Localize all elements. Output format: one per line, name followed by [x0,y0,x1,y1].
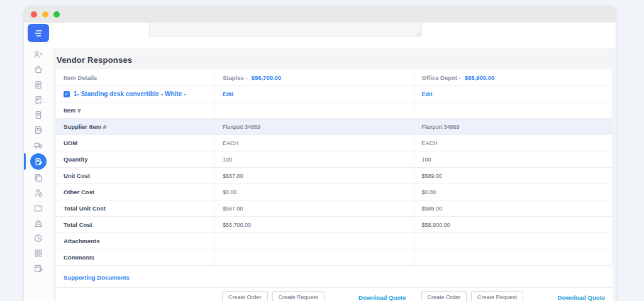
sidebar-item-shipping[interactable] [24,138,53,153]
row-value: $58,900.00 [422,222,450,228]
vendor-total-link[interactable]: $58,900.00 [465,74,495,81]
row-value: $56,700.00 [223,222,251,228]
item-row: ✓ 1- Standing desk convertible - White -… [56,86,613,102]
table-row: Unit Cost $567.00 $589.00 [56,168,613,184]
row-value: $567.00 [223,205,243,212]
table-row: UOM EACH EACH [56,135,613,151]
document-check-icon [33,95,43,105]
building-icon [33,218,43,228]
close-window-button[interactable] [31,11,37,18]
row-value: $567.00 [223,173,243,179]
app-logo[interactable] [28,24,49,42]
quote-edit-icon [35,158,43,166]
create-order-button[interactable]: Create Order [222,291,268,301]
sidebar-item-approved-docs[interactable] [24,92,53,107]
supporting-documents-link[interactable]: Supporting Documents [64,274,130,281]
row-value: $0.00 [223,189,237,195]
page-title: Vendor Responses [57,55,613,65]
users-icon [33,50,43,60]
table-header-row: Item Details Staples - $56,700.00 Office… [56,69,613,86]
file-icon [33,110,43,120]
vendor-name: Office Depot - [422,74,461,81]
sidebar-item-invoices[interactable] [24,123,53,138]
sidebar-item-copies[interactable] [24,170,53,185]
clock-pie-icon [33,233,43,243]
sidebar-item-organization[interactable] [24,216,53,231]
create-request-button[interactable]: Create Request [272,291,325,301]
sidebar-item-documents[interactable] [24,77,53,92]
item-title-link[interactable]: 1- Standing desk convertible - White - [74,90,186,97]
table-row: Other Cost $0.00 $0.00 [56,184,613,200]
table-row: Comments [56,249,613,266]
row-value: EACH [223,140,238,146]
sidebar-item-apps[interactable] [24,246,53,261]
row-value: $0.00 [422,189,436,195]
invoice-icon [33,125,43,135]
sidebar-item-vendor-quotes[interactable] [24,153,53,170]
vendor-table-rows: Item # Supplier Item # Flexport 34869 Fl… [56,102,613,266]
maximize-window-button[interactable] [53,11,60,18]
table-row: Quantity 100 100 [56,151,613,168]
row-label: Unit Cost [64,172,90,179]
vendor-total-link[interactable]: $56,700.00 [252,74,282,81]
sidebar-item-folders[interactable] [24,200,53,216]
item-details-header: Item Details [64,74,97,81]
sidebar-item-vendors[interactable] [24,185,53,200]
table-row: Total Unit Cost $567.00 $589.00 [56,200,613,217]
row-label: Attachments [64,238,100,244]
sidebar [24,23,53,301]
download-quote-link[interactable]: Download Quote [558,294,605,301]
create-order-button[interactable]: Create Order [421,291,467,301]
active-item-highlight [30,153,47,170]
table-row: Item # [56,102,613,119]
row-value: $589.00 [422,205,443,212]
truck-icon [33,140,43,150]
row-label: Quantity [64,156,88,163]
item-checkbox[interactable]: ✓ [64,91,70,97]
row-label: Item # [64,107,80,114]
sidebar-item-orders[interactable] [24,62,53,77]
sidebar-item-planner[interactable] [24,261,53,276]
row-label: Total Cost [64,221,92,228]
vendor-responses-table: Item Details Staples - $56,700.00 Office… [56,69,613,301]
table-row: Attachments [56,233,613,249]
calendar-edit-icon [33,263,43,273]
table-footer-row: Create Order Create Request Download Quo… [56,288,613,301]
row-label: Comments [64,254,94,261]
document-icon [33,80,43,90]
comments-textarea[interactable] [149,23,422,37]
row-label: Supplier Item # [64,123,106,130]
textarea-resize-handle[interactable] [416,31,421,36]
sidebar-item-users[interactable] [24,47,53,62]
row-label: Total Unit Cost [64,205,106,212]
vendor-lock-icon [33,188,43,198]
table-row: Supplier Item # Flexport 34869 Flexport … [56,119,613,135]
table-row: Total Cost $56,700.00 $58,900.00 [56,217,613,233]
row-label: Other Cost [64,189,94,195]
supporting-documents-row: Supporting Documents [56,266,613,288]
row-value: Flexport 34869 [422,124,460,130]
bag-icon [33,65,43,75]
form-card-partial [53,23,616,48]
window-titlebar [24,6,616,23]
row-value: 100 [223,156,232,163]
sidebar-item-reports[interactable] [24,231,53,246]
row-value: 100 [422,156,431,163]
minimize-window-button[interactable] [42,11,48,18]
grid-icon [33,248,43,258]
edit-link[interactable]: Edit [422,91,433,97]
row-label: UOM [64,140,77,146]
vendor-name: Staples - [223,74,248,81]
row-value: $589.00 [422,173,443,179]
row-value: EACH [422,140,438,146]
create-request-button[interactable]: Create Request [471,291,523,301]
download-quote-link[interactable]: Download Quote [358,294,406,301]
copy-icon [33,173,43,183]
main-content: Vendor Responses Item Details Staples - … [53,23,616,301]
folder-icon [33,203,43,213]
sidebar-item-files[interactable] [24,107,53,123]
row-value: Flexport 34869 [223,124,260,130]
edit-link[interactable]: Edit [223,91,233,97]
check-icon: ✓ [65,91,69,97]
app-window: Vendor Responses Item Details Staples - … [24,6,616,301]
